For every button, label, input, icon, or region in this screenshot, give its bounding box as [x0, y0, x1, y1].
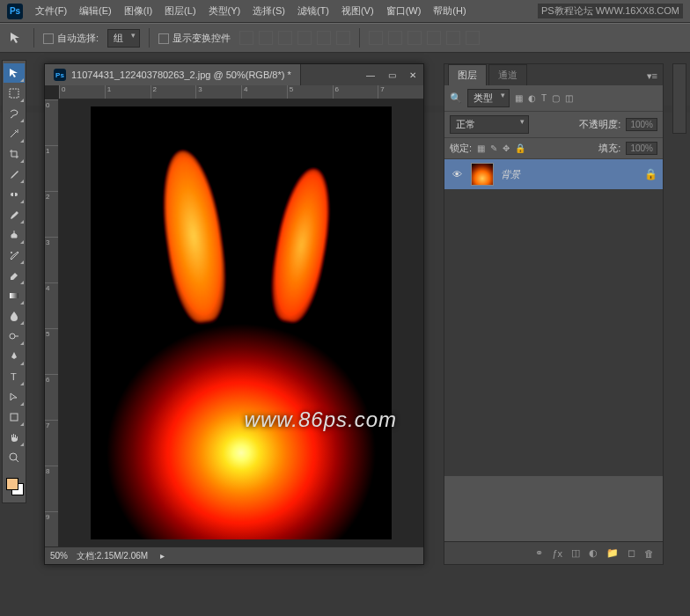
path-select-tool[interactable]	[4, 387, 25, 407]
auto-select-checkbox[interactable]: 自动选择:	[43, 32, 99, 45]
doc-title: 11074431_122403780263_2.jpg @ 50%(RGB/8*…	[71, 70, 291, 80]
filter-type-icon[interactable]: T	[541, 93, 547, 103]
zoom-level[interactable]: 50%	[50, 551, 68, 561]
new-layer-icon[interactable]: ◻	[628, 547, 635, 559]
brush-tool[interactable]	[4, 205, 25, 224]
lasso-tool[interactable]	[4, 104, 25, 123]
marquee-tool[interactable]	[4, 84, 25, 103]
eraser-tool[interactable]	[4, 266, 25, 285]
layer-thumbnail[interactable]	[471, 163, 494, 186]
group-icon[interactable]: 📁	[606, 547, 619, 559]
tab-layers[interactable]: 图层	[448, 64, 487, 85]
eyedropper-tool[interactable]	[4, 165, 25, 184]
panel-tabs: 图层 通道 ▾≡	[444, 64, 663, 85]
align-icon[interactable]	[278, 31, 292, 45]
window-controls: — ▭ ✕	[360, 66, 423, 84]
tab-channels[interactable]: 通道	[488, 64, 527, 85]
align-icon[interactable]	[259, 31, 273, 45]
menu-view[interactable]: 视图(V)	[341, 4, 374, 18]
svg-point-4	[10, 334, 15, 339]
panel-menu-icon[interactable]: ▾≡	[642, 67, 663, 85]
ruler-vertical: 0123456789	[45, 99, 59, 546]
maximize-icon[interactable]: ▭	[381, 66, 402, 84]
layer-name[interactable]: 背景	[501, 168, 520, 181]
svg-point-2	[11, 252, 12, 253]
layer-fx-icon[interactable]: ƒx	[552, 548, 562, 559]
layer-mask-icon[interactable]: ◫	[571, 547, 580, 559]
filter-adjust-icon[interactable]: ◐	[528, 93, 536, 103]
adjustment-layer-icon[interactable]: ◐	[589, 547, 598, 559]
delete-layer-icon[interactable]: 🗑	[644, 548, 654, 559]
magic-wand-tool[interactable]	[4, 124, 25, 143]
svg-rect-6	[11, 414, 18, 421]
color-swatches[interactable]	[3, 473, 26, 501]
hand-tool[interactable]	[4, 428, 25, 447]
canvas[interactable]: www.86ps.com	[59, 99, 423, 546]
distribute-icon[interactable]	[427, 31, 441, 45]
move-tool[interactable]	[4, 63, 25, 83]
pen-tool[interactable]	[4, 347, 25, 366]
healing-tool[interactable]	[4, 185, 25, 204]
move-tool-icon	[7, 29, 25, 47]
align-icon[interactable]	[336, 31, 350, 45]
zoom-tool[interactable]	[4, 448, 25, 467]
status-bar: 50% 文档:2.15M/2.06M ▸	[45, 546, 423, 564]
menu-file[interactable]: 文件(F)	[35, 4, 67, 18]
type-tool[interactable]: T	[4, 367, 25, 386]
blur-tool[interactable]	[4, 306, 25, 326]
filter-kind-dropdown[interactable]: 类型	[467, 89, 510, 107]
collapsed-panels[interactable]	[672, 63, 686, 134]
menu-image[interactable]: 图像(I)	[124, 4, 152, 18]
crop-tool[interactable]	[4, 144, 25, 164]
layer-row[interactable]: 👁 背景 🔒	[444, 159, 663, 189]
filter-smart-icon[interactable]: ◫	[565, 93, 573, 103]
show-transform-label: 显示变换控件	[172, 33, 231, 43]
align-icon[interactable]	[239, 31, 253, 45]
distribute-icon[interactable]	[407, 31, 422, 45]
distribute-icon[interactable]	[466, 31, 480, 45]
distribute-icon[interactable]	[369, 31, 383, 45]
minimize-icon[interactable]: —	[360, 66, 381, 84]
align-icon[interactable]	[317, 31, 331, 45]
fg-color[interactable]	[6, 478, 18, 490]
filter-pixel-icon[interactable]: ▦	[515, 93, 523, 103]
align-icon[interactable]	[297, 31, 312, 45]
fill-value[interactable]: 100%	[626, 142, 657, 155]
show-transform-checkbox[interactable]: 显示变换控件	[158, 32, 231, 45]
opacity-value[interactable]: 100%	[626, 118, 657, 131]
chevron-right-icon[interactable]: ▸	[160, 551, 165, 561]
gradient-tool[interactable]	[4, 286, 25, 305]
lock-pixels-icon[interactable]: ✎	[490, 143, 497, 153]
menu-layer[interactable]: 图层(L)	[165, 4, 195, 18]
menu-type[interactable]: 类型(Y)	[209, 4, 241, 18]
dodge-tool[interactable]	[4, 326, 25, 346]
lock-transparent-icon[interactable]: ▦	[477, 143, 485, 153]
lock-label: 锁定:	[450, 142, 472, 155]
visibility-icon[interactable]: 👁	[450, 169, 464, 180]
blend-mode-dropdown[interactable]: 正常	[450, 115, 529, 134]
doc-size[interactable]: 文档:2.15M/2.06M	[77, 550, 148, 562]
history-brush-tool[interactable]	[4, 246, 25, 265]
filter-shape-icon[interactable]: ▢	[552, 93, 560, 103]
menu-select[interactable]: 选择(S)	[253, 4, 285, 18]
menu-help[interactable]: 帮助(H)	[433, 4, 466, 18]
options-bar: 自动选择: 组 显示变换控件	[0, 23, 690, 53]
shape-tool[interactable]	[4, 407, 25, 427]
menu-window[interactable]: 窗口(W)	[386, 4, 422, 18]
lock-position-icon[interactable]: ✥	[503, 143, 510, 153]
link-layers-icon[interactable]: ⚭	[535, 547, 543, 559]
lock-row: 锁定: ▦ ✎ ✥ 🔒 填充: 100%	[444, 138, 663, 159]
menu-filter[interactable]: 滤镜(T)	[297, 4, 329, 18]
close-icon[interactable]: ✕	[402, 66, 423, 84]
menu-edit[interactable]: 编辑(E)	[79, 4, 112, 18]
doc-tab[interactable]: Ps 11074431_122403780263_2.jpg @ 50%(RGB…	[45, 64, 301, 85]
distribute-icon[interactable]	[446, 31, 460, 45]
lock-all-icon[interactable]: 🔒	[515, 143, 525, 153]
image-content	[91, 106, 392, 539]
auto-select-dropdown[interactable]: 组	[107, 29, 140, 48]
layers-panel: 图层 通道 ▾≡ 🔍 类型 ▦ ◐ T ▢ ◫ 正常 不透明度: 100% 锁定…	[444, 63, 664, 565]
distribute-icon[interactable]	[388, 31, 402, 45]
clone-stamp-tool[interactable]	[4, 225, 25, 245]
search-icon[interactable]: 🔍	[450, 92, 462, 104]
layer-filter-row: 🔍 类型 ▦ ◐ T ▢ ◫	[444, 85, 663, 112]
